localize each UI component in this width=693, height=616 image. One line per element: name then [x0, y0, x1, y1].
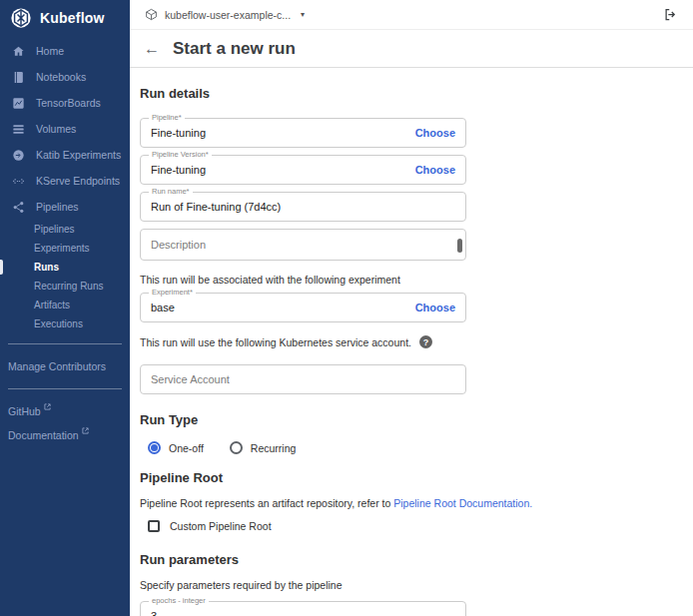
- sidebar-item-katib-experiments[interactable]: Katib Experiments: [0, 142, 130, 168]
- sidebar-item-label: TensorBoards: [36, 97, 101, 109]
- experiment-choose-button[interactable]: Choose: [415, 302, 455, 313]
- kubeflow-brand[interactable]: Kubeflow: [0, 0, 130, 38]
- section-heading-run-parameters: Run parameters: [140, 552, 693, 567]
- logout-icon: [663, 7, 678, 22]
- epochs-field[interactable]: epochs - integer: [140, 601, 466, 616]
- sidebar-item-label: Pipelines: [36, 201, 79, 213]
- service-account-note-text: This run will use the following Kubernet…: [140, 336, 411, 348]
- sidebar-subitem-executions[interactable]: Executions: [0, 314, 130, 333]
- logout-button[interactable]: [661, 5, 680, 24]
- back-button[interactable]: ←: [144, 40, 160, 58]
- pipeline-root-description: Pipeline Root represents an artifact rep…: [140, 497, 693, 509]
- radio-selected-icon: [148, 441, 161, 454]
- checkbox-label: Custom Pipeline Root: [170, 520, 272, 532]
- radio-unselected-icon: [230, 441, 243, 454]
- sidebar-subitem-runs[interactable]: Runs: [0, 258, 130, 277]
- sidebar-item-notebooks[interactable]: Notebooks: [0, 64, 130, 90]
- manage-contributors-label: Manage Contributors: [8, 360, 106, 372]
- experiment-field[interactable]: Experiment* Choose: [140, 293, 466, 322]
- run-name-field-label: Run name*: [149, 188, 193, 196]
- sidebar-subitem-experiments[interactable]: Experiments: [0, 239, 130, 258]
- kubeflow-logo-icon: [10, 7, 32, 29]
- pipelines-icon: [12, 201, 25, 214]
- pipeline-version-field-label: Pipeline Version*: [149, 151, 212, 159]
- sidebar-item-label: KServe Endpoints: [36, 175, 120, 187]
- sidebar-item-pipelines[interactable]: Pipelines: [0, 194, 130, 220]
- custom-pipeline-root-option[interactable]: Custom Pipeline Root: [148, 520, 693, 532]
- subitem-label: Pipelines: [34, 224, 75, 235]
- sidebar-item-tensorboards[interactable]: TensorBoards: [0, 90, 130, 116]
- subitem-label: Experiments: [34, 243, 90, 254]
- description-input[interactable]: [151, 239, 455, 251]
- namespace-cube-icon: [145, 8, 158, 21]
- pipeline-field-label: Pipeline*: [149, 114, 185, 122]
- subitem-label: Runs: [34, 262, 59, 273]
- experiment-input[interactable]: [151, 302, 415, 313]
- notebook-icon: [12, 71, 25, 84]
- experiment-note: This run will be associated with the fol…: [140, 274, 466, 286]
- sidebar-subitem-artifacts[interactable]: Artifacts: [0, 296, 130, 314]
- external-link-icon: [44, 403, 51, 410]
- service-account-field[interactable]: [140, 364, 466, 394]
- volumes-icon: [12, 123, 25, 136]
- top-bar: kubeflow-user-example-c... ▾: [130, 0, 693, 30]
- active-indicator: [0, 260, 3, 275]
- help-icon[interactable]: ?: [419, 335, 432, 348]
- sidebar-item-home[interactable]: Home: [0, 38, 130, 64]
- documentation-label: Documentation: [8, 429, 79, 441]
- subitem-label: Artifacts: [34, 300, 70, 310]
- sidebar-divider: [8, 343, 122, 344]
- section-heading-run-details: Run details: [140, 86, 693, 101]
- run-name-input[interactable]: [151, 201, 455, 213]
- subitem-label: Recurring Runs: [34, 281, 103, 292]
- radio-label: Recurring: [251, 442, 297, 454]
- sidebar-item-manage-contributors[interactable]: Manage Contributors: [0, 354, 130, 378]
- experiment-field-label: Experiment*: [149, 289, 196, 297]
- radio-one-off[interactable]: One-off: [148, 441, 204, 454]
- radio-label: One-off: [169, 442, 204, 454]
- pipeline-root-doc-link[interactable]: Pipeline Root Documentation.: [393, 497, 532, 509]
- checkbox-unchecked-icon[interactable]: [148, 520, 160, 532]
- epochs-field-label: epochs - integer: [149, 597, 209, 605]
- external-link-icon: [82, 427, 89, 434]
- sidebar-subitem-recurring-runs[interactable]: Recurring Runs: [0, 277, 130, 296]
- service-account-note: This run will use the following Kubernet…: [140, 335, 466, 348]
- sidebar-subitem-pipelines[interactable]: Pipelines: [0, 220, 130, 239]
- sidebar-item-kserve-endpoints[interactable]: KServe Endpoints: [0, 168, 130, 194]
- textarea-scrollbar-thumb[interactable]: [457, 239, 462, 253]
- sidebar-item-volumes[interactable]: Volumes: [0, 116, 130, 142]
- pipeline-version-choose-button[interactable]: Choose: [415, 164, 455, 176]
- description-field[interactable]: [140, 229, 466, 261]
- endpoints-icon: [12, 175, 25, 188]
- katib-icon: [12, 149, 25, 162]
- page-header: ← Start a new run: [130, 30, 693, 68]
- sidebar-divider: [8, 388, 122, 389]
- home-icon: [12, 45, 25, 58]
- subitem-label: Executions: [34, 318, 83, 329]
- pipeline-choose-button[interactable]: Choose: [415, 127, 455, 139]
- section-heading-run-type: Run Type: [140, 412, 693, 427]
- sidebar-item-label: Volumes: [36, 123, 76, 135]
- radio-recurring[interactable]: Recurring: [230, 441, 297, 454]
- epochs-input[interactable]: [151, 610, 455, 616]
- namespace-selector[interactable]: kubeflow-user-example-c... ▾: [145, 8, 305, 21]
- new-run-form: Run details Pipeline* Choose Pipeline Ve…: [130, 68, 693, 616]
- sidebar-item-label: Home: [36, 45, 64, 57]
- tensorboard-icon: [12, 97, 25, 110]
- run-name-field[interactable]: Run name*: [140, 192, 466, 222]
- section-heading-pipeline-root: Pipeline Root: [140, 470, 693, 485]
- pipeline-input[interactable]: [151, 127, 415, 139]
- pipeline-version-input[interactable]: [151, 164, 415, 176]
- brand-name: Kubeflow: [40, 10, 105, 26]
- page-title: Start a new run: [173, 39, 296, 59]
- sidebar-link-github[interactable]: GitHub: [0, 399, 130, 423]
- pipeline-version-field[interactable]: Pipeline Version* Choose: [140, 155, 466, 185]
- pipeline-field[interactable]: Pipeline* Choose: [140, 118, 466, 148]
- sidebar-item-label: Katib Experiments: [36, 149, 121, 161]
- sidebar: Kubeflow Home Notebooks TensorBoards Vol…: [0, 0, 130, 616]
- sidebar-link-documentation[interactable]: Documentation: [0, 423, 130, 447]
- service-account-input[interactable]: [151, 373, 455, 385]
- pipeline-root-text: Pipeline Root represents an artifact rep…: [140, 497, 393, 509]
- run-parameters-hint: Specify parameters required by the pipel…: [140, 579, 693, 591]
- sidebar-item-label: Notebooks: [36, 71, 86, 83]
